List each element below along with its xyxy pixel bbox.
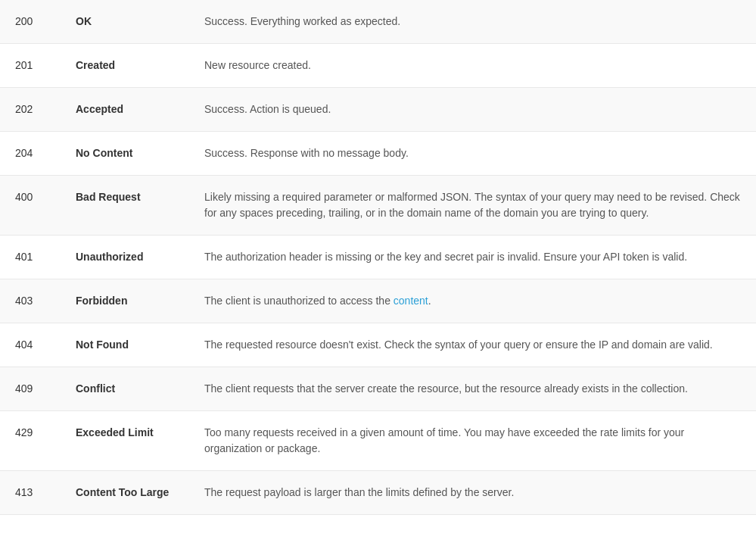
table-row: 403ForbiddenThe client is unauthorized t… [0, 279, 756, 323]
table-row: 429Exceeded LimitToo many requests recei… [0, 411, 756, 471]
status-description: Success. Everything worked as expected. [204, 14, 741, 30]
status-label: Not Found [76, 337, 204, 351]
status-code: 202 [15, 101, 76, 115]
status-label: No Content [76, 145, 204, 159]
status-description: Too many requests received in a given am… [204, 425, 741, 457]
status-code: 201 [15, 58, 76, 71]
table-row: 202AcceptedSuccess. Action is queued. [0, 88, 756, 132]
status-label: Conflict [76, 381, 204, 395]
status-code: 404 [15, 337, 76, 351]
table-row: 201CreatedNew resource created. [0, 44, 756, 88]
status-codes-table: 200OKSuccess. Everything worked as expec… [0, 0, 756, 546]
status-description: The client is unauthorized to access the… [204, 293, 741, 309]
status-description: New resource created. [204, 58, 741, 73]
status-description: The client requests that the server crea… [204, 381, 741, 397]
status-code: 200 [15, 14, 76, 27]
table-row: 404Not FoundThe requested resource doesn… [0, 323, 756, 367]
status-label: Content Too Large [76, 485, 204, 498]
status-code: 403 [15, 293, 76, 307]
status-description: Success. Action is queued. [204, 101, 741, 117]
status-description: The request payload is larger than the l… [204, 485, 741, 501]
status-label: OK [76, 14, 204, 27]
description-link[interactable]: content [394, 295, 428, 307]
table-row: 204No ContentSuccess. Response with no m… [0, 132, 756, 176]
status-description: Likely missing a required parameter or m… [204, 189, 741, 221]
table-row: 400Bad RequestLikely missing a required … [0, 176, 756, 236]
status-description: The requested resource doesn't exist. Ch… [204, 337, 741, 353]
table-row: 401UnauthorizedThe authorization header … [0, 236, 756, 279]
status-code: 429 [15, 425, 76, 438]
status-code: 204 [15, 145, 76, 159]
status-description: Success. Response with no message body. [204, 145, 741, 161]
status-code: 401 [15, 249, 76, 263]
status-description: The authorization header is missing or t… [204, 249, 741, 265]
status-label: Exceeded Limit [76, 425, 204, 438]
table-row: 200OKSuccess. Everything worked as expec… [0, 0, 756, 44]
status-label: Accepted [76, 101, 204, 115]
status-label: Forbidden [76, 293, 204, 307]
status-label: Unauthorized [76, 249, 204, 263]
status-label: Bad Request [76, 189, 204, 203]
status-code: 409 [15, 381, 76, 395]
table-row: 413Content Too LargeThe request payload … [0, 471, 756, 515]
status-code: 413 [15, 485, 76, 498]
status-code: 400 [15, 189, 76, 203]
status-label: Created [76, 58, 204, 71]
table-row: 409ConflictThe client requests that the … [0, 367, 756, 411]
